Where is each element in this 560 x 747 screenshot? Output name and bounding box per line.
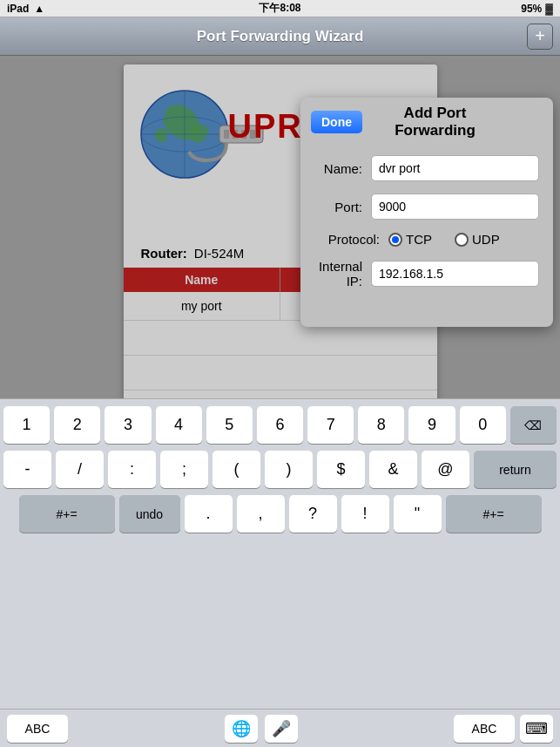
udp-option[interactable]: UDP: [455, 232, 500, 247]
ipad-label: iPad: [7, 3, 29, 15]
status-right: 95% ▓: [521, 3, 553, 15]
key-keyboard-dismiss[interactable]: ⌨: [520, 715, 553, 743]
key-4[interactable]: 4: [156, 406, 202, 444]
tcp-option[interactable]: TCP: [388, 232, 432, 247]
modal-form: Name: Port: Protocol: TCP UDP: [300, 146, 553, 309]
key-mic[interactable]: 🎤: [265, 715, 298, 743]
key-2[interactable]: 2: [54, 406, 100, 444]
ip-input[interactable]: [371, 261, 539, 287]
key-exclaim[interactable]: !: [341, 495, 389, 533]
status-time: 下午8:08: [259, 1, 300, 16]
keyboard-bottom-center: 🌐 🎤: [225, 715, 298, 743]
port-input[interactable]: [371, 194, 539, 220]
key-1[interactable]: 1: [3, 406, 50, 444]
add-button[interactable]: +: [527, 24, 553, 50]
key-quote[interactable]: ": [394, 495, 442, 533]
modal-dialog: Done Add Port Forwarding Name: Port: Pro…: [300, 98, 553, 327]
name-label: Name:: [314, 161, 371, 176]
nav-title: Port Forwarding Wizard: [197, 28, 364, 45]
key-minus[interactable]: -: [3, 451, 51, 488]
key-6[interactable]: 6: [257, 406, 303, 444]
keyboard-rows: 1 2 3 4 5 6 7 8 9 0 ⌫ - / : ; ( ) $ & @ …: [0, 399, 560, 533]
key-undo[interactable]: undo: [119, 495, 180, 533]
tcp-label: TCP: [406, 232, 432, 247]
name-row: Name:: [314, 155, 539, 181]
nav-bar: Port Forwarding Wizard +: [0, 17, 560, 56]
key-9[interactable]: 9: [408, 406, 455, 444]
keyboard-row-1: 1 2 3 4 5 6 7 8 9 0 ⌫: [3, 406, 557, 444]
tcp-radio[interactable]: [388, 233, 402, 247]
key-abc-left[interactable]: ABC: [7, 715, 68, 743]
key-5[interactable]: 5: [206, 406, 253, 444]
key-comma[interactable]: ,: [237, 495, 285, 533]
key-symbols-2[interactable]: #+=: [446, 495, 542, 533]
modal-header: Done Add Port Forwarding: [300, 98, 553, 146]
main-content: UPRE Router: DI-524M Name Port my port 1…: [0, 56, 560, 398]
battery-icon: ▓: [545, 3, 553, 15]
udp-radio[interactable]: [455, 233, 469, 247]
keyboard-row-2: - / : ; ( ) $ & @ return: [3, 451, 557, 488]
key-return[interactable]: return: [474, 451, 557, 488]
modal-title: Add Port Forwarding: [371, 105, 499, 139]
key-globe[interactable]: 🌐: [225, 715, 258, 743]
key-amp[interactable]: &: [369, 451, 417, 488]
port-label: Port:: [314, 200, 371, 214]
key-semi[interactable]: ;: [160, 451, 208, 488]
key-0[interactable]: 0: [460, 406, 506, 444]
keyboard-row-3: #+= undo . , ? ! " #+=: [3, 495, 557, 533]
key-colon[interactable]: :: [108, 451, 156, 488]
key-question[interactable]: ?: [289, 495, 337, 533]
key-symbols[interactable]: #+=: [19, 495, 115, 533]
protocol-row: Protocol: TCP UDP: [314, 232, 539, 247]
key-abc-right[interactable]: ABC: [454, 715, 515, 743]
key-rparen[interactable]: ): [265, 451, 313, 488]
key-7[interactable]: 7: [307, 406, 354, 444]
key-backspace[interactable]: ⌫: [510, 406, 557, 444]
key-dollar[interactable]: $: [317, 451, 365, 488]
udp-label: UDP: [472, 232, 500, 247]
protocol-label: Protocol:: [314, 232, 388, 247]
ip-label: Internal IP:: [314, 259, 371, 289]
port-row: Port:: [314, 194, 539, 220]
key-8[interactable]: 8: [358, 406, 404, 444]
wifi-icon: ▲: [34, 3, 44, 15]
status-bar: iPad ▲ 下午8:08 95% ▓: [0, 0, 560, 17]
key-lparen[interactable]: (: [213, 451, 260, 488]
key-slash[interactable]: /: [56, 451, 104, 488]
keyboard: 1 2 3 4 5 6 7 8 9 0 ⌫ - / : ; ( ) $ & @ …: [0, 398, 560, 747]
name-input[interactable]: [371, 155, 539, 181]
ip-row: Internal IP:: [314, 259, 539, 289]
keyboard-bottom-bar: ABC 🌐 🎤 ABC ⌨: [0, 709, 560, 747]
battery-label: 95%: [521, 3, 542, 15]
key-at[interactable]: @: [422, 451, 469, 488]
key-3[interactable]: 3: [105, 406, 151, 444]
done-button[interactable]: Done: [311, 111, 362, 133]
status-left: iPad ▲: [7, 3, 44, 15]
key-dot[interactable]: .: [185, 495, 233, 533]
